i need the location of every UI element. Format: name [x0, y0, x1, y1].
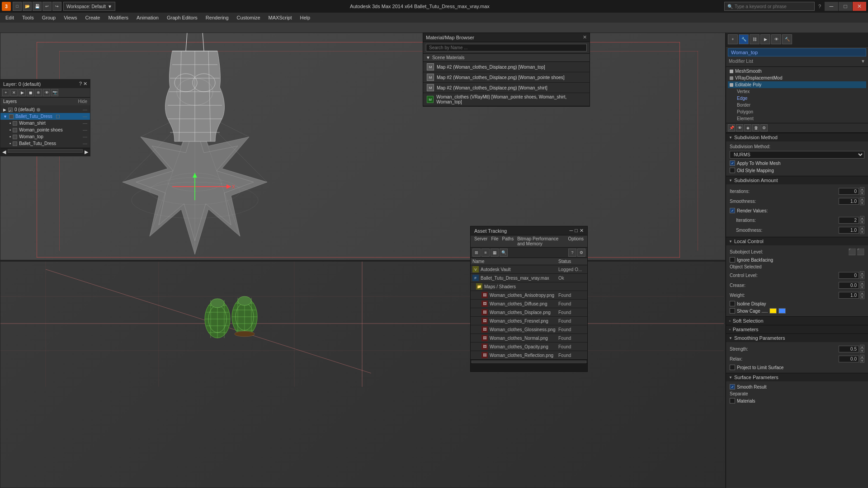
relax-spinner[interactable]: ▲ ▼	[839, 355, 864, 363]
control-level-input[interactable]	[839, 272, 859, 279]
ctrl-level-down[interactable]: ▼	[860, 275, 864, 279]
create-icon[interactable]: +	[728, 34, 738, 44]
open-btn[interactable]: 📂	[23, 2, 32, 11]
window-controls[interactable]: ─ □ ✕	[825, 2, 866, 11]
asset-row-diffuse[interactable]: 🖼 Woman_clothes_Diffuse.png Found	[471, 300, 587, 308]
layer-checkbox-default[interactable]	[8, 108, 13, 112]
utility-icon[interactable]: 🔨	[782, 34, 792, 44]
menu-group[interactable]: Group	[38, 14, 60, 21]
menu-modifiers[interactable]: Modifiers	[104, 14, 132, 21]
render-iterations-spinner[interactable]: ▲ ▼	[839, 216, 864, 224]
layer-item-shirt[interactable]: • Woman_shirt —	[0, 120, 90, 127]
show-cage-box[interactable]	[730, 308, 735, 314]
modifier-vertex[interactable]: Vertex	[728, 88, 866, 95]
material-search[interactable]	[423, 42, 590, 54]
control-level-spinner[interactable]: ▲ ▼	[839, 271, 864, 279]
asset-tool-settings[interactable]: ⚙	[577, 249, 585, 257]
menu-tools[interactable]: Tools	[19, 14, 38, 21]
viewport-top[interactable]: X	[0, 33, 725, 260]
hierarchy-icon[interactable]: ⛓	[750, 34, 760, 44]
title-search[interactable]: 🔍	[724, 2, 815, 11]
layer-visible-btn[interactable]: 👁	[43, 89, 50, 96]
asset-menu-options[interactable]: Options	[568, 236, 584, 246]
weight-up[interactable]: ▲	[860, 291, 864, 295]
old-style-mapping-box[interactable]	[730, 168, 735, 173]
modifier-list-chevron[interactable]: ▼	[861, 59, 865, 64]
material-search-input[interactable]	[426, 44, 587, 52]
maximize-button[interactable]: □	[839, 2, 852, 11]
ctrl-level-up[interactable]: ▲	[860, 271, 864, 275]
ignore-backfacing-checkbox[interactable]: Ignore Backfacing	[730, 256, 864, 263]
isoline-display-checkbox[interactable]: Isoline Display	[730, 300, 864, 307]
material-item-0[interactable]: M Map #2 (Woman_clothes_Displace.png) [W…	[423, 62, 590, 72]
render-iter-down[interactable]: ▼	[860, 220, 864, 224]
minimize-button[interactable]: ─	[825, 2, 838, 11]
layer-item-shoes[interactable]: • Woman_pointe shoes —	[0, 127, 90, 133]
undo-btn[interactable]: ↩	[42, 2, 52, 11]
asset-row-vault[interactable]: V Autodesk Vault Logged O...	[471, 265, 587, 274]
asset-row-reflection[interactable]: 🖼 Woman_clothes_Reflection.png Found	[471, 351, 587, 360]
modifier-vray-displacement[interactable]: VRayDisplacementMod	[728, 75, 866, 81]
configure-modifier-btn[interactable]: ⚙	[760, 124, 768, 131]
relax-down[interactable]: ▼	[860, 359, 864, 363]
layer-add-btn[interactable]: ▶	[19, 89, 26, 96]
close-button[interactable]: ✕	[853, 2, 866, 11]
project-limit-surface-checkbox[interactable]: Project to Limit Surface	[730, 364, 864, 371]
workspace-dropdown[interactable]: Workspace: Default ▼	[63, 2, 115, 11]
subobject-controls[interactable]: ⬛ ⬛	[848, 248, 864, 255]
iterations-up[interactable]: ▲	[860, 187, 864, 191]
modifier-element[interactable]: Element	[728, 115, 866, 122]
relax-arrows[interactable]: ▲ ▼	[860, 355, 864, 363]
subdivision-method-select[interactable]: NURMS	[730, 151, 864, 159]
menu-maxscript[interactable]: MAXScript	[265, 14, 296, 21]
scroll-right-icon[interactable]: ▶	[85, 149, 88, 155]
menu-edit[interactable]: Edit	[2, 14, 18, 21]
render-sm-down[interactable]: ▼	[860, 230, 864, 234]
strength-spinner[interactable]: ▲ ▼	[839, 345, 864, 353]
make-unique-btn[interactable]: ◈	[744, 124, 751, 131]
search-input[interactable]	[735, 4, 802, 9]
menu-rendering[interactable]: Rendering	[202, 14, 232, 21]
render-iterations-arrows[interactable]: ▲ ▼	[860, 216, 864, 224]
layer-checkbox-top[interactable]	[13, 135, 17, 139]
material-item-2[interactable]: M Map #2 (Woman_clothes_Displace.png) [W…	[423, 83, 590, 93]
weight-spinner[interactable]: ▲ ▼	[839, 291, 864, 299]
smooth-result-checkbox[interactable]: Smooth Result	[730, 383, 864, 390]
show-end-result-btn[interactable]: 👁	[736, 124, 743, 131]
display-icon[interactable]: 👁	[771, 34, 781, 44]
scene-materials-header[interactable]: ▼ Scene Materials	[423, 54, 590, 62]
modifier-mesh-smooth[interactable]: MeshSmooth	[728, 68, 866, 75]
layer-checkbox-shirt[interactable]	[13, 121, 17, 126]
layer-scroll-track[interactable]	[8, 149, 83, 153]
weight-arrows[interactable]: ▲ ▼	[860, 291, 864, 299]
strength-up[interactable]: ▲	[860, 345, 864, 349]
asset-menu-paths[interactable]: Paths	[502, 236, 514, 246]
ignore-backfacing-box[interactable]	[730, 257, 735, 263]
layer-checkbox-dress[interactable]	[13, 141, 17, 146]
modify-icon[interactable]: 🔧	[739, 34, 749, 44]
menu-customize[interactable]: Customize	[233, 14, 264, 21]
asset-row-displace[interactable]: 🖼 Woman_clothes_Displace.png Found	[471, 308, 587, 317]
layer-item-top[interactable]: • Woman_top —	[0, 133, 90, 140]
layer-scrollbar[interactable]: ◀ ▶	[0, 148, 90, 156]
modifier-border[interactable]: Border	[728, 102, 866, 108]
layer-delete-btn[interactable]: ✕	[10, 89, 18, 96]
weight-input[interactable]	[839, 292, 859, 299]
modifier-name-field[interactable]	[728, 48, 866, 56]
old-style-mapping-checkbox[interactable]: Old Style Mapping	[730, 167, 864, 174]
material-item-3[interactable]: M Woman_clothes (VRayMtl) [Woman_pointe …	[423, 93, 590, 106]
isoline-display-box[interactable]	[730, 301, 735, 306]
menu-graph-editors[interactable]: Graph Editors	[163, 14, 201, 21]
iterations-spinner[interactable]: ▲ ▼	[839, 187, 864, 195]
render-smoothness-arrows[interactable]: ▲ ▼	[860, 226, 864, 234]
menu-create[interactable]: Create	[81, 14, 104, 21]
apply-whole-mesh-box[interactable]	[730, 160, 735, 166]
layer-select-btn[interactable]: ◼	[27, 89, 34, 96]
render-smoothness-spinner[interactable]: ▲ ▼	[839, 226, 864, 234]
pin-stack-btn[interactable]: 📌	[728, 124, 735, 131]
show-cage-checkbox[interactable]: Show Cage .....	[730, 307, 864, 314]
modifier-polygon[interactable]: Polygon	[728, 108, 866, 115]
new-btn[interactable]: □	[13, 2, 22, 11]
materials-checkbox[interactable]: Materials	[730, 397, 864, 404]
smoothness-down[interactable]: ▼	[860, 201, 864, 205]
